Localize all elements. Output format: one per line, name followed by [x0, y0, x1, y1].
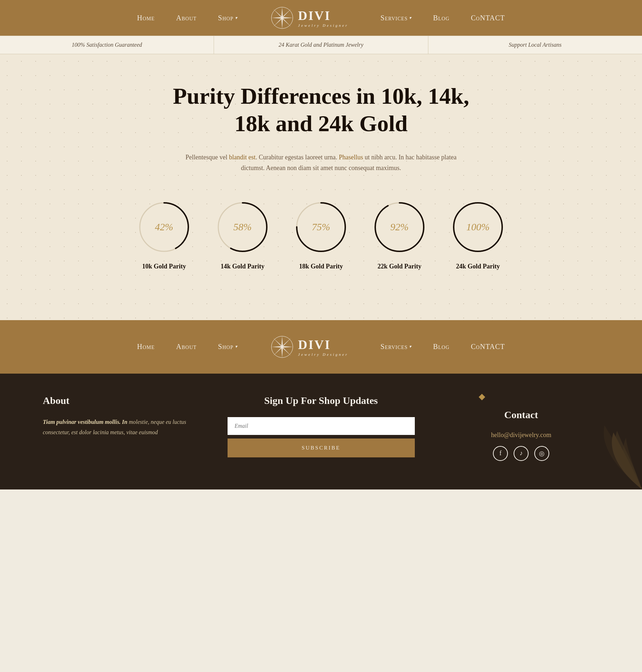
- nav-blog[interactable]: Blog: [433, 14, 449, 22]
- diamond-icon: ◆: [479, 391, 485, 401]
- tiktok-icon[interactable]: ♪: [514, 446, 529, 461]
- main-nav: Home About Shop ▾ DIVI Jewelry Designer …: [21, 5, 621, 30]
- circle-item-10k-gold-parity: 42% 10k Gold Parity: [136, 199, 193, 270]
- site-header: Home About Shop ▾ DIVI Jewelry Designer …: [0, 0, 642, 36]
- circle-chart-1: 58%: [214, 199, 271, 256]
- circle-chart-4: 100%: [449, 199, 506, 256]
- circle-chart-2: 75%: [292, 199, 350, 256]
- logo-tagline: Jewelry Designer: [298, 23, 348, 27]
- facebook-icon[interactable]: f: [493, 446, 508, 461]
- footer-nav-shop[interactable]: Shop ▾: [218, 343, 237, 351]
- footer-logo-text: DIVI Jewelry Designer: [298, 337, 348, 356]
- logo-star-icon: [270, 5, 295, 30]
- circle-percent-0: 42%: [155, 221, 173, 233]
- decorative-leaf: [571, 418, 642, 489]
- banner-item-2: 24 Karat Gold and Platinum Jewelry: [214, 36, 428, 54]
- circle-percent-1: 58%: [233, 221, 251, 233]
- footer-nav-contact[interactable]: CoNTACT: [471, 343, 505, 351]
- section-title: Purity Differences in 10k, 14k, 18k and …: [160, 83, 482, 138]
- banner-item-1: 100% Satisfaction Guaranteed: [0, 36, 214, 54]
- footer-about-heading: About: [43, 395, 199, 406]
- circle-item-22k-gold-parity: 92% 22k Gold Parity: [371, 199, 428, 270]
- desc-text-1: Pellentesque vel: [185, 154, 229, 161]
- footer-logo-brand: DIVI: [298, 337, 348, 352]
- circle-label-1: 14k Gold Parity: [220, 263, 264, 270]
- desc-link-2[interactable]: Phasellus: [339, 154, 363, 161]
- svg-marker-13: [271, 336, 293, 358]
- footer-services-arrow: ▾: [409, 344, 412, 349]
- circle-label-3: 22k Gold Parity: [377, 263, 421, 270]
- footer-signup-col: Sign Up For Shop Updates SUBSCRIBE: [228, 395, 415, 457]
- instagram-icon[interactable]: ◎: [534, 446, 549, 461]
- desc-link-1[interactable]: blandit est: [229, 154, 256, 161]
- circle-label-4: 24k Gold Parity: [456, 263, 500, 270]
- footer-logo-tagline: Jewelry Designer: [298, 352, 348, 356]
- footer-nav: Home About Shop ▾ DIVI Jewelry Designer …: [0, 320, 642, 374]
- nav-shop[interactable]: Shop ▾: [218, 14, 237, 22]
- circle-item-14k-gold-parity: 58% 14k Gold Parity: [214, 199, 271, 270]
- circle-label-2: 18k Gold Parity: [299, 263, 343, 270]
- circle-percent-4: 100%: [466, 221, 489, 233]
- footer-nav-services[interactable]: Services ▾: [381, 343, 412, 351]
- circle-percent-2: 75%: [312, 221, 330, 233]
- nav-contact[interactable]: CoNTACT: [471, 14, 505, 22]
- gold-purity-circles: 42% 10k Gold Parity 58% 14k Gold Parity …: [21, 199, 621, 270]
- circle-chart-3: 92%: [371, 199, 428, 256]
- main-content-section: Purity Differences in 10k, 14k, 18k and …: [0, 54, 642, 320]
- section-description: Pellentesque vel blandit est. Curabitur …: [182, 152, 460, 174]
- desc-text-2: . Curabitur egestas laoreet urna.: [256, 154, 339, 161]
- footer-bottom: About Tiam pulvinar vestibulum mollis. I…: [0, 374, 642, 489]
- svg-marker-1: [271, 7, 293, 29]
- logo-text-block: DIVI Jewelry Designer: [298, 8, 348, 27]
- nav-services[interactable]: Services ▾: [381, 14, 412, 22]
- banner-bar: 100% Satisfaction Guaranteed 24 Karat Go…: [0, 36, 642, 54]
- circle-label-0: 10k Gold Parity: [142, 263, 186, 270]
- footer-nav-about[interactable]: About: [176, 343, 197, 351]
- footer-nav-blog[interactable]: Blog: [433, 343, 449, 351]
- nav-home[interactable]: Home: [137, 14, 155, 22]
- shop-dropdown-arrow: ▾: [235, 15, 238, 21]
- nav-about[interactable]: About: [176, 14, 197, 22]
- footer-logo-star-icon: [270, 334, 295, 359]
- footer-logo[interactable]: DIVI Jewelry Designer: [270, 334, 348, 359]
- site-logo[interactable]: DIVI Jewelry Designer: [270, 5, 348, 30]
- subscribe-button[interactable]: SUBSCRIBE: [228, 438, 415, 457]
- circle-item-18k-gold-parity: 75% 18k Gold Parity: [292, 199, 350, 270]
- footer-nav-home[interactable]: Home: [137, 343, 155, 351]
- footer-signup-heading: Sign Up For Shop Updates: [228, 395, 415, 406]
- circle-percent-3: 92%: [390, 221, 408, 233]
- email-input[interactable]: [228, 417, 415, 435]
- circle-item-24k-gold-parity: 100% 24k Gold Parity: [449, 199, 506, 270]
- logo-brand: DIVI: [298, 8, 348, 23]
- banner-item-3: Support Local Artisans: [428, 36, 642, 54]
- footer-shop-arrow: ▾: [235, 344, 238, 349]
- footer-about-text: Tiam pulvinar vestibulum mollis. In mole…: [43, 417, 199, 438]
- footer-about-col: About Tiam pulvinar vestibulum mollis. I…: [43, 395, 199, 438]
- circle-chart-0: 42%: [136, 199, 193, 256]
- services-dropdown-arrow: ▾: [409, 15, 412, 21]
